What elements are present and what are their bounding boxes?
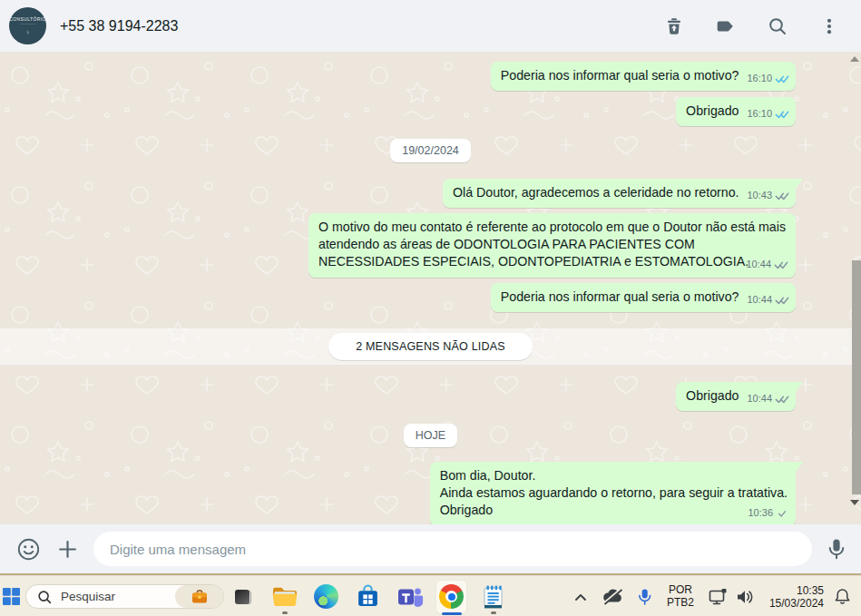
message-bubble[interactable]: Bom dia, Doutor. Ainda estamos aguardand… [430, 462, 796, 526]
start-button[interactable] [3, 588, 20, 605]
bubble-tail [796, 179, 803, 189]
language-indicator[interactable]: POR PTB2 [667, 584, 694, 609]
message-time: 16:10 [747, 105, 772, 122]
taskbar-search-box[interactable]: Pesquisar [25, 584, 224, 609]
clock-time: 10:35 [769, 584, 824, 597]
network-icon[interactable] [709, 588, 729, 606]
single-check-icon [776, 508, 788, 518]
message-time: 10:43 [747, 187, 772, 204]
search-icon[interactable] [764, 13, 791, 40]
message-bubble[interactable]: O motivo do meu contato é referente ao p… [308, 213, 796, 278]
message-composer [0, 524, 861, 573]
message-text: Poderia nos informar qual seria o motivo… [501, 67, 739, 84]
message-bubble[interactable]: Olá Doutor, agradecemos a celeridade no … [443, 179, 796, 208]
contact-avatar[interactable]: CONSULTÓRIO ─────── ⚕ [9, 7, 46, 44]
message-text-line: Bom dia, Doutor. [440, 467, 788, 484]
whatsapp-window: CONSULTÓRIO ─────── ⚕ +55 38 9194-2283 [0, 0, 861, 616]
chat-area: Poderia nos informar qual seria o motivo… [0, 52, 861, 524]
message-time: 16:10 [747, 70, 772, 87]
date-pill: 19/02/2024 [390, 139, 471, 162]
teams-icon [396, 584, 424, 610]
message-text: Obrigado [686, 103, 739, 120]
bubble-tail [796, 462, 803, 472]
notepad-icon [482, 584, 504, 610]
avatar-label: CONSULTÓRIO [9, 16, 46, 22]
folder-icon [271, 585, 298, 608]
store-icon [356, 584, 380, 609]
edge-icon [314, 584, 338, 609]
scrollbar-thumb[interactable] [852, 260, 861, 494]
chrome-button[interactable] [436, 581, 466, 613]
message-text-line: Obrigado [440, 502, 788, 519]
double-check-icon [775, 295, 789, 305]
message-row: Poderia nos informar qual seria o motivo… [0, 62, 861, 91]
edge-button[interactable] [311, 579, 341, 615]
message-row: Obrigado 10:44 [0, 382, 861, 411]
trash-icon[interactable] [660, 13, 688, 40]
message-text: Poderia nos informar qual seria o motivo… [501, 288, 739, 306]
message-row: O motivo do meu contato é referente ao p… [0, 213, 861, 278]
message-time: 10:44 [747, 291, 772, 308]
message-list: Poderia nos informar qual seria o motivo… [0, 52, 861, 524]
message-text: Obrigado [686, 387, 739, 405]
bubble-tail [796, 382, 803, 392]
contact-name[interactable]: +55 38 9194-2283 [60, 18, 178, 34]
microphone-icon[interactable] [825, 537, 848, 562]
onedrive-paused-icon[interactable] [601, 588, 624, 605]
scrollbar-up-arrow[interactable] [850, 56, 859, 62]
search-work-badge[interactable] [175, 585, 223, 608]
message-row: Poderia nos informar qual seria o motivo… [0, 283, 861, 312]
message-row: Obrigado 16:10 [0, 97, 861, 126]
double-check-icon [774, 259, 788, 269]
notifications-bell-icon[interactable] [835, 588, 850, 605]
date-divider: 19/02/2024 [0, 139, 861, 162]
attach-plus-icon[interactable] [56, 538, 79, 561]
double-check-icon [775, 394, 789, 404]
unread-pill: 2 MENSAGENS NÃO LIDAS [328, 333, 533, 360]
microsoft-store-button[interactable] [353, 579, 383, 615]
emoji-icon[interactable] [16, 537, 41, 562]
clock-date[interactable]: 10:35 15/03/2024 [769, 584, 824, 610]
task-view-button[interactable] [228, 579, 258, 615]
double-check-read-icon [775, 73, 789, 83]
message-time: 10:36 [748, 504, 773, 522]
message-bubble[interactable]: Poderia nos informar qual seria o motivo… [491, 62, 796, 91]
tray-chevron-up-icon[interactable] [573, 592, 588, 602]
scrollbar-down-arrow[interactable] [850, 500, 859, 505]
message-bubble[interactable]: Obrigado 10:44 [676, 382, 796, 411]
running-indicator [491, 611, 496, 614]
clock-date-value: 15/03/2024 [769, 597, 824, 610]
message-bubble[interactable]: Obrigado 16:10 [676, 97, 796, 126]
search-placeholder: Pesquisar [61, 590, 115, 603]
file-explorer-button[interactable] [269, 579, 299, 615]
message-row: Bom dia, Doutor. Ainda estamos aguardand… [0, 462, 861, 526]
tray-microphone-icon[interactable] [637, 588, 652, 606]
message-time: 10:44 [747, 390, 772, 407]
message-time: 10:44 [746, 256, 771, 273]
message-input[interactable] [93, 532, 812, 566]
message-text-line: Ainda estamos aguardando o retorno, para… [440, 484, 788, 502]
briefcase-icon [191, 589, 209, 604]
volume-icon[interactable] [736, 589, 755, 605]
menu-dots-icon[interactable] [816, 13, 843, 40]
notepad-button[interactable] [478, 579, 508, 615]
running-indicator [282, 611, 288, 614]
windows-taskbar: Pesquisar [0, 575, 861, 616]
message-text: Olá Doutor, agradecemos a celeridade no … [453, 184, 739, 201]
message-row: Olá Doutor, agradecemos a celeridade no … [0, 179, 861, 208]
teams-button[interactable] [395, 579, 425, 615]
search-icon [37, 590, 52, 604]
message-text: O motivo do meu contato é referente ao p… [318, 219, 788, 270]
double-check-read-icon [775, 109, 789, 119]
date-divider: HOJE [0, 424, 861, 447]
unread-messages-divider: 2 MENSAGENS NÃO LIDAS [0, 328, 861, 366]
double-check-icon [775, 191, 789, 200]
label-icon[interactable] [712, 13, 739, 40]
date-pill: HOJE [404, 424, 457, 447]
chrome-icon [439, 584, 464, 609]
message-bubble[interactable]: Poderia nos informar qual seria o motivo… [491, 283, 796, 312]
active-window-indicator [442, 612, 462, 615]
chat-header: CONSULTÓRIO ─────── ⚕ +55 38 9194-2283 [0, 0, 861, 52]
